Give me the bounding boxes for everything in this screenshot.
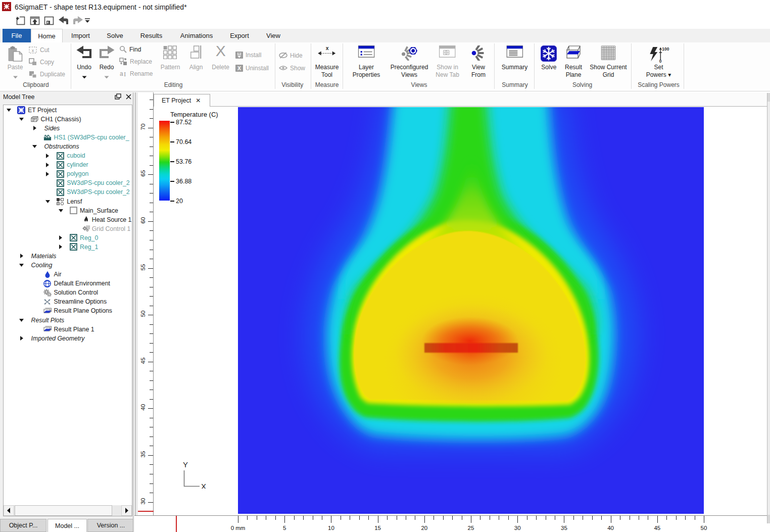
svg-text:X: X	[216, 45, 226, 58]
svg-text:x: x	[32, 47, 34, 53]
svg-text:I: I	[124, 70, 126, 77]
svg-text:a: a	[120, 70, 123, 77]
svg-text:0: 0	[659, 59, 662, 63]
svg-text:X: X	[201, 482, 206, 489]
svg-text:X: X	[237, 65, 241, 71]
svg-text:x: x	[326, 45, 329, 51]
svg-text:Y: Y	[183, 460, 188, 469]
svg-text:100: 100	[662, 46, 669, 52]
